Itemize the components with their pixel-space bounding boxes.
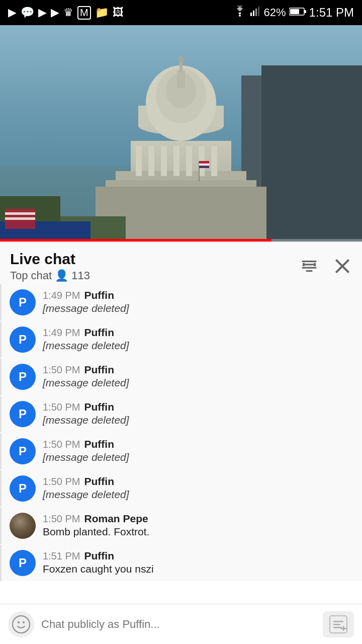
status-bar: ▶ 💬 ▶ ▶ ♛ M 📁 🖼 62% (0, 0, 362, 25)
svg-rect-13 (116, 171, 246, 181)
message-time: 1:50 PM (43, 476, 80, 488)
message-time: 1:50 PM (43, 439, 80, 450)
svg-rect-57 (341, 628, 346, 629)
message-username: Puffin (84, 364, 114, 376)
live-chat-section: Live chat Top chat 👤 113 (0, 242, 362, 581)
chat-message: P1:50 PM Puffin[message deleted] (0, 396, 362, 432)
chat-message: P1:50 PM Puffin[message deleted] (0, 433, 362, 469)
avatar: P (10, 401, 36, 427)
svg-rect-14 (106, 180, 256, 188)
svg-point-50 (18, 621, 20, 623)
chat-input-field[interactable] (41, 618, 316, 631)
video-player[interactable] (0, 25, 362, 242)
message-content: 1:49 PM Puffin[message deleted] (43, 289, 354, 314)
viewer-count: 113 (71, 269, 90, 282)
message-time: 1:49 PM (43, 290, 80, 301)
message-text: [message deleted] (43, 451, 354, 463)
youtube3-icon: ▶ (51, 6, 59, 19)
youtube-icon: ▶ (8, 6, 17, 19)
svg-rect-33 (199, 164, 209, 166)
message-text: [message deleted] (43, 489, 354, 501)
top-chat-label: Top chat (10, 269, 52, 282)
crown-icon: ♛ (63, 6, 73, 19)
message-username: Puffin (84, 438, 114, 450)
svg-rect-19 (173, 146, 179, 176)
svg-rect-18 (161, 146, 167, 176)
svg-rect-10 (261, 65, 362, 242)
svg-rect-54 (333, 624, 340, 625)
message-username: Roman Pepe (84, 513, 148, 525)
message-content: 1:49 PM Puffin[message deleted] (43, 327, 354, 352)
svg-rect-6 (304, 10, 306, 13)
chat-message: P1:50 PM Puffin[message deleted] (0, 470, 362, 507)
live-chat-header: Live chat Top chat 👤 113 (0, 242, 362, 284)
close-button[interactable] (333, 257, 352, 276)
chat-input-bar (0, 604, 362, 644)
svg-point-51 (23, 621, 25, 623)
message-text: Bomb planted. Foxtrot. (43, 526, 354, 538)
message-content: 1:50 PM Puffin[message deleted] (43, 401, 354, 426)
svg-point-0 (239, 15, 241, 17)
send-button[interactable] (323, 611, 354, 637)
message-time: 1:50 PM (43, 364, 80, 376)
svg-rect-53 (333, 621, 343, 622)
video-progress-fill (0, 239, 272, 242)
chat-messages-list: P1:49 PM Puffin[message deleted]P1:49 PM… (0, 284, 362, 581)
status-bar-right: 62% 1:51 PM (233, 6, 354, 20)
live-chat-title-block: Live chat Top chat 👤 113 (10, 250, 90, 282)
avatar (10, 513, 36, 539)
message-time: 1:50 PM (43, 513, 80, 525)
svg-rect-55 (333, 627, 342, 628)
svg-rect-1 (250, 13, 252, 16)
message-content: 1:50 PM Roman PepeBomb planted. Foxtrot. (43, 513, 354, 538)
chat-message: P1:49 PM Puffin[message deleted] (0, 284, 362, 320)
battery-percentage: 62% (264, 6, 286, 19)
svg-rect-39 (5, 212, 35, 215)
message-username: Puffin (84, 289, 114, 301)
battery-icon (289, 6, 306, 19)
message-text: [message deleted] (43, 377, 354, 389)
chat-message: P1:51 PM PuffinFoxzen caught you nszi (0, 545, 362, 581)
message-text: Foxzen caught you nszi (43, 563, 354, 575)
svg-rect-16 (136, 146, 142, 176)
video-progress-bar[interactable] (0, 239, 362, 242)
svg-rect-22 (211, 146, 217, 176)
message-time: 1:50 PM (43, 401, 80, 413)
chat-message: P1:49 PM Puffin[message deleted] (0, 321, 362, 358)
svg-rect-3 (255, 9, 257, 16)
message-text: [message deleted] (43, 414, 354, 426)
emoji-button[interactable] (8, 611, 34, 637)
m-icon: M (77, 6, 91, 20)
svg-rect-34 (199, 166, 209, 168)
svg-rect-17 (148, 146, 154, 176)
avatar: P (10, 364, 36, 390)
svg-point-30 (178, 56, 184, 63)
svg-rect-4 (258, 7, 259, 16)
message-content: 1:51 PM PuffinFoxzen caught you nszi (43, 550, 354, 575)
message-content: 1:50 PM Puffin[message deleted] (43, 475, 354, 501)
live-chat-title: Live chat (10, 250, 90, 268)
svg-rect-7 (290, 9, 299, 14)
message-text: [message deleted] (43, 340, 354, 352)
signal-icon (250, 6, 261, 20)
chat-icon: 💬 (21, 6, 34, 19)
live-chat-controls (300, 257, 352, 276)
message-username: Puffin (84, 475, 114, 488)
wifi-icon (233, 6, 247, 20)
filter-button[interactable] (300, 257, 319, 276)
message-content: 1:50 PM Puffin[message deleted] (43, 438, 354, 463)
image-icon: 🖼 (113, 6, 124, 19)
svg-rect-20 (186, 146, 192, 176)
avatar: P (10, 327, 36, 353)
folder-icon: 📁 (95, 6, 109, 19)
chat-message: P1:50 PM Puffin[message deleted] (0, 359, 362, 395)
chat-message: 1:50 PM Roman PepeBomb planted. Foxtrot. (0, 508, 362, 544)
message-username: Puffin (84, 401, 114, 413)
avatar: P (10, 438, 36, 464)
message-username: Puffin (84, 327, 114, 339)
message-username: Puffin (84, 550, 114, 562)
youtube2-icon: ▶ (38, 6, 47, 19)
live-chat-subtitle: Top chat 👤 113 (10, 269, 90, 282)
avatar: P (10, 550, 36, 576)
svg-rect-28 (177, 70, 185, 88)
